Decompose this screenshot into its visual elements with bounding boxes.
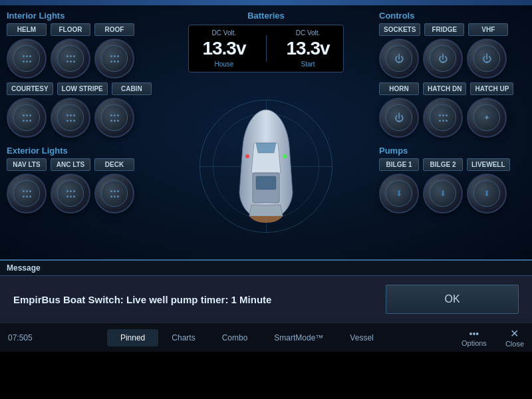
controls-section: Controls SOCKETS FRIDGE VHF — [379, 11, 525, 138]
bilge1-btn[interactable]: BILGE 1 — [379, 158, 419, 171]
vhf-knob[interactable] — [467, 39, 507, 78]
bottom-nav: 07:505 Pinned Charts Combo SmartMode™ Ve… — [0, 323, 532, 352]
battery-display: DC Volt. 13.3v House DC Volt. 13.3v Star… — [188, 25, 343, 72]
exterior-lights-row1: NAV LTS ANC LTS DECK — [7, 158, 153, 171]
boat-svg — [233, 106, 299, 226]
svg-rect-1 — [256, 176, 276, 190]
message-header: Message — [0, 261, 532, 276]
controls-knobs-row2 — [379, 98, 525, 138]
svg-point-2 — [245, 154, 249, 158]
horn-btn[interactable]: HORN — [379, 82, 419, 95]
message-text: EmpirBus Boat Switch: Live well pump tim… — [13, 294, 372, 305]
tab-pinned[interactable]: Pinned — [107, 329, 158, 346]
hatch-up-btn[interactable]: HATCH UP — [470, 82, 513, 95]
start-battery: DC Volt. 13.3v Start — [287, 29, 330, 68]
main-panel: Interior Lights HELM FLOOR ROOF — [0, 0, 532, 259]
batteries-section: Batteries DC Volt. 13.3v House DC Volt. … — [188, 11, 343, 72]
start-label: Start — [287, 61, 330, 68]
close-button[interactable]: ✕ Close — [497, 323, 532, 352]
controls-knobs-row1 — [379, 39, 525, 78]
house-battery: DC Volt. 13.3v House — [202, 29, 245, 68]
svg-point-3 — [283, 154, 287, 158]
nav-lts-btn[interactable]: NAV LTS — [7, 158, 47, 171]
right-panel: Controls SOCKETS FRIDGE VHF — [379, 11, 525, 254]
pumps-header: Pumps — [379, 146, 525, 156]
pumps-knobs-row1 — [379, 174, 525, 213]
anc-lts-knob[interactable] — [51, 174, 90, 213]
tab-smartmode[interactable]: SmartMode™ — [261, 329, 336, 346]
floor-knob[interactable] — [51, 39, 90, 78]
low-stripe-knob[interactable] — [51, 98, 90, 138]
sockets-knob[interactable] — [379, 39, 419, 78]
start-value: 13.3v — [287, 38, 330, 59]
nav-right: ••• Options ✕ Close — [454, 323, 532, 352]
roof-btn[interactable]: ROOF — [94, 23, 134, 36]
nav-lts-knob[interactable] — [7, 174, 47, 213]
vhf-btn[interactable]: VHF — [468, 23, 508, 36]
options-button[interactable]: ••• Options — [454, 325, 495, 351]
fridge-knob[interactable] — [423, 39, 463, 78]
cabin-btn[interactable]: CABIN — [112, 82, 152, 95]
time-display: 07:505 — [0, 333, 41, 342]
courtesy-btn[interactable]: COURTESY — [7, 82, 53, 95]
start-dc-label: DC Volt. — [287, 29, 330, 37]
options-dots-icon: ••• — [462, 329, 487, 339]
courtesy-knob[interactable] — [7, 98, 47, 138]
sockets-btn[interactable]: SOCKETS — [379, 23, 420, 36]
tab-combo[interactable]: Combo — [209, 329, 261, 346]
house-dc-label: DC Volt. — [202, 29, 245, 37]
ok-button[interactable]: OK — [386, 285, 519, 314]
tab-vessel[interactable]: Vessel — [336, 329, 386, 346]
roof-knob[interactable] — [94, 39, 134, 78]
deck-btn[interactable]: DECK — [94, 158, 134, 171]
exterior-knobs-row1 — [7, 174, 153, 213]
exterior-lights-header: Exterior Lights — [7, 146, 153, 156]
message-bar: Message EmpirBus Boat Switch: Live well … — [0, 259, 532, 323]
top-bar — [0, 0, 532, 5]
house-label: House — [202, 61, 245, 68]
center-panel: Batteries DC Volt. 13.3v House DC Volt. … — [158, 11, 374, 254]
fridge-btn[interactable]: FRIDGE — [424, 23, 464, 36]
interior-knobs-row2 — [7, 98, 153, 138]
bilge2-btn[interactable]: BILGE 2 — [423, 158, 463, 171]
helm-btn[interactable]: HELM — [7, 23, 47, 36]
horn-knob[interactable] — [379, 98, 419, 138]
livewell-btn[interactable]: LIVEWELL — [467, 158, 510, 171]
interior-lights-header: Interior Lights — [7, 11, 153, 21]
interior-lights-row2: COURTESY LOW STRIPE CABIN — [7, 82, 153, 95]
interior-knobs-row1 — [7, 39, 153, 78]
pumps-section: Pumps BILGE 1 BILGE 2 LIVEWELL — [379, 146, 525, 213]
left-panel: Interior Lights HELM FLOOR ROOF — [7, 11, 153, 254]
anc-lts-btn[interactable]: ANC LTS — [51, 158, 90, 171]
controls-row2: HORN HATCH DN HATCH UP — [379, 82, 525, 95]
close-label: Close — [505, 340, 524, 348]
hatch-dn-btn[interactable]: HATCH DN — [423, 82, 466, 95]
controls-header: Controls — [379, 11, 525, 21]
interior-lights-section: Interior Lights HELM FLOOR ROOF — [7, 11, 153, 138]
controls-row1: SOCKETS FRIDGE VHF — [379, 23, 525, 36]
interior-lights-row1: HELM FLOOR ROOF — [7, 23, 153, 36]
hatch-up-knob[interactable] — [467, 98, 507, 138]
cabin-knob[interactable] — [94, 98, 134, 138]
battery-divider — [266, 35, 267, 62]
batteries-title: Batteries — [188, 11, 343, 21]
nav-tabs: Pinned Charts Combo SmartMode™ Vessel — [41, 329, 454, 346]
pumps-row1: BILGE 1 BILGE 2 LIVEWELL — [379, 158, 525, 171]
helm-knob[interactable] — [7, 39, 47, 78]
deck-knob[interactable] — [94, 174, 134, 213]
content-area: Interior Lights HELM FLOOR ROOF — [0, 5, 532, 259]
tab-charts[interactable]: Charts — [158, 329, 208, 346]
options-label: Options — [462, 339, 487, 347]
floor-btn[interactable]: FLOOR — [51, 23, 90, 36]
message-content: EmpirBus Boat Switch: Live well pump tim… — [0, 276, 532, 323]
hatch-dn-knob[interactable] — [423, 98, 463, 138]
low-stripe-btn[interactable]: LOW STRIPE — [57, 82, 108, 95]
bilge1-knob[interactable] — [379, 174, 419, 213]
exterior-lights-section: Exterior Lights NAV LTS ANC LTS DECK — [7, 146, 153, 213]
close-icon: ✕ — [505, 327, 524, 340]
bilge2-knob[interactable] — [423, 174, 463, 213]
house-value: 13.3v — [202, 38, 245, 59]
livewell-knob[interactable] — [467, 174, 507, 213]
